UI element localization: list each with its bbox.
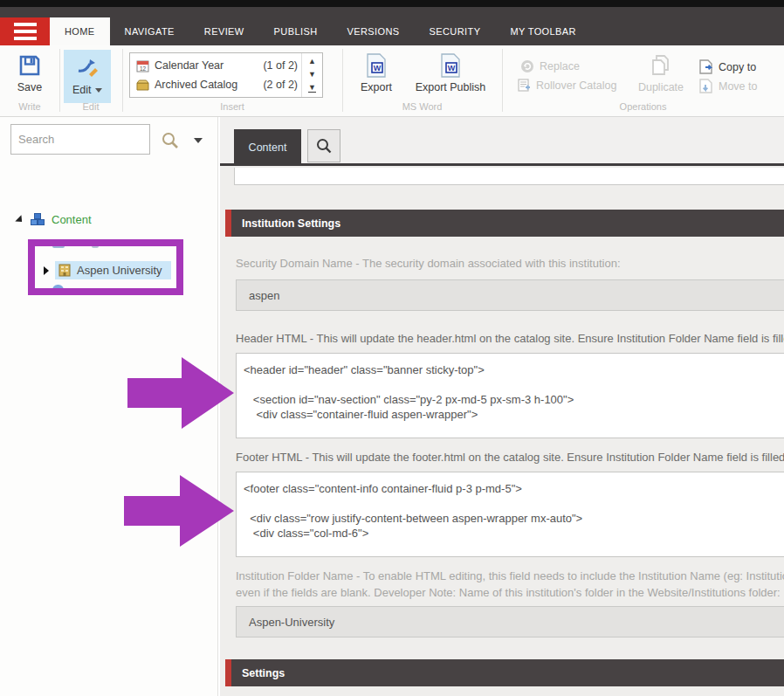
expander-closed-icon[interactable] — [44, 266, 49, 275]
insert-group-label: Insert — [122, 101, 342, 112]
selected-tree-row[interactable]: Aspen University — [55, 261, 171, 279]
scrolled-partial-field[interactable] — [234, 168, 784, 185]
export-publish-label: Export Publish — [416, 81, 486, 93]
tab-navigate[interactable]: NAVIGATE — [110, 17, 189, 45]
word-document-icon: W — [363, 52, 389, 79]
edit-group-label: Edit — [59, 101, 122, 112]
institution-folder-value: Aspen-University — [249, 616, 334, 629]
tree-node-aspen-university[interactable]: Aspen University — [44, 261, 171, 279]
top-black-strip — [0, 0, 784, 7]
institution-building-icon — [58, 264, 71, 277]
copy-to-button[interactable]: Copy to — [698, 59, 756, 74]
application-window: HOME NAVIGATE REVIEW PUBLISH VERSIONS SE… — [0, 0, 784, 696]
header-html-editor[interactable]: <header id="header" class="banner sticky… — [236, 353, 784, 438]
tab-bar-divider — [220, 163, 784, 166]
settings-header[interactable]: Settings — [225, 659, 784, 686]
code-line — [244, 377, 784, 392]
spin-to-end-icon[interactable]: ▼ — [308, 84, 316, 93]
msword-group-label: MS Word — [342, 101, 502, 112]
export-publish-button[interactable]: W Export Publish — [409, 52, 492, 93]
write-group-label: Write — [0, 101, 59, 112]
code-line: <div class="col-md-6"> — [244, 526, 784, 541]
tab-content[interactable]: Content — [234, 129, 301, 166]
tab-security[interactable]: SECURITY — [415, 17, 496, 45]
export-label: Export — [361, 81, 392, 93]
svg-text:12: 12 — [140, 65, 147, 71]
footer-html-label: Footer HTML - This will update the foote… — [236, 451, 784, 464]
duplicate-button[interactable]: Duplicate — [634, 52, 688, 93]
search-icon — [315, 137, 333, 155]
code-line: <section id="nav-section" class="py-2 px… — [244, 392, 784, 407]
insert-item-count: (2 of 2) — [263, 79, 298, 91]
tab-review[interactable]: REVIEW — [189, 17, 259, 45]
institution-folder-input[interactable]: Aspen-University — [236, 606, 784, 637]
code-line: <footer class="content-info container-fl… — [244, 481, 784, 496]
security-domain-value: aspen — [249, 289, 279, 302]
insert-spinner: ▲ ▼ ▼ — [301, 53, 322, 97]
spin-down-icon[interactable]: ▼ — [308, 71, 316, 79]
save-button[interactable]: Save — [7, 52, 52, 93]
obscured-tree-item — [52, 243, 65, 248]
institution-folder-label-line2: even if the fields are blank. Developer … — [236, 586, 784, 599]
edit-dropdown-caret — [95, 88, 102, 93]
replace-icon — [520, 59, 534, 73]
tree-node-label: Aspen University — [77, 264, 162, 277]
tree-node-content[interactable]: Content — [16, 213, 92, 226]
ribbon: Save Write Edit Edit 12 Calendar Year (1… — [0, 45, 784, 117]
export-button[interactable]: W Export — [354, 52, 399, 93]
tab-versions[interactable]: VERSIONS — [332, 17, 414, 45]
edit-icon — [74, 55, 100, 81]
code-line: <div class="row justify-content-between … — [244, 511, 784, 526]
rollover-catalog-button[interactable]: Rollover Catalog — [517, 79, 616, 93]
obscured-tree-item — [92, 243, 99, 248]
code-line — [244, 496, 784, 511]
hamburger-menu-button[interactable] — [0, 17, 50, 45]
calendar-icon: 12 — [136, 59, 149, 72]
editor-search-button[interactable] — [307, 129, 340, 162]
replace-button[interactable]: Replace — [520, 59, 580, 73]
section-title: Settings — [242, 667, 285, 679]
insert-item-calendar-year[interactable]: 12 Calendar Year (1 of 2) — [136, 59, 298, 72]
insert-item-count: (1 of 2) — [263, 59, 298, 72]
move-to-button[interactable]: Move to — [698, 79, 757, 93]
svg-text:W: W — [374, 64, 382, 72]
obscured-tree-item — [52, 285, 64, 291]
code-line: <header id="header" class="banner sticky… — [244, 362, 784, 377]
institution-folder-label-line1: Institution Folder Name - To enable HTML… — [236, 569, 784, 582]
move-to-icon — [698, 79, 713, 93]
tab-my-toolbar[interactable]: MY TOOLBAR — [495, 17, 591, 45]
security-domain-input[interactable]: aspen — [236, 279, 784, 311]
duplicate-icon — [648, 52, 674, 79]
sidebar-search-row — [0, 117, 217, 162]
editor-tab-bar: Content — [220, 117, 784, 166]
section-title: Institution Settings — [242, 217, 340, 230]
footer-html-editor[interactable]: <footer class="content-info container-fl… — [236, 472, 784, 557]
hamburger-icon — [14, 23, 37, 26]
rollover-catalog-icon — [517, 79, 531, 93]
edit-label: Edit — [72, 84, 102, 96]
search-icon[interactable] — [161, 131, 180, 150]
insert-item-archived-catalog[interactable]: Archived Catalog (2 of 2) — [136, 79, 298, 91]
save-floppy-icon — [17, 52, 43, 79]
svg-text:W: W — [448, 64, 456, 72]
tab-home[interactable]: HOME — [50, 17, 110, 45]
edit-button[interactable]: Edit — [64, 50, 111, 103]
operations-group-label: Operations — [502, 101, 784, 112]
word-document-icon: W — [437, 52, 464, 79]
search-input[interactable] — [10, 124, 150, 155]
institution-settings-header[interactable]: Institution Settings — [225, 210, 784, 237]
copy-to-icon — [698, 59, 713, 74]
tab-publish[interactable]: PUBLISH — [259, 17, 333, 45]
search-options-caret-icon[interactable] — [194, 138, 203, 143]
insert-item-label: Calendar Year — [155, 59, 224, 72]
ribbon-tabs: HOME NAVIGATE REVIEW PUBLISH VERSIONS SE… — [50, 17, 591, 45]
code-line: <div class="container-fluid aspen-wrappe… — [244, 407, 784, 422]
editor-panel: Content Institution Settings Security Do… — [220, 117, 784, 696]
replace-label: Replace — [540, 60, 580, 72]
spin-up-icon[interactable]: ▲ — [308, 58, 316, 65]
expander-open-icon[interactable] — [15, 215, 24, 224]
copy-to-label: Copy to — [719, 61, 756, 73]
move-to-label: Move to — [719, 80, 757, 93]
insert-listbox: 12 Calendar Year (1 of 2) Archived Catal… — [129, 52, 323, 98]
content-tree: Content Aspen University — [0, 162, 217, 178]
